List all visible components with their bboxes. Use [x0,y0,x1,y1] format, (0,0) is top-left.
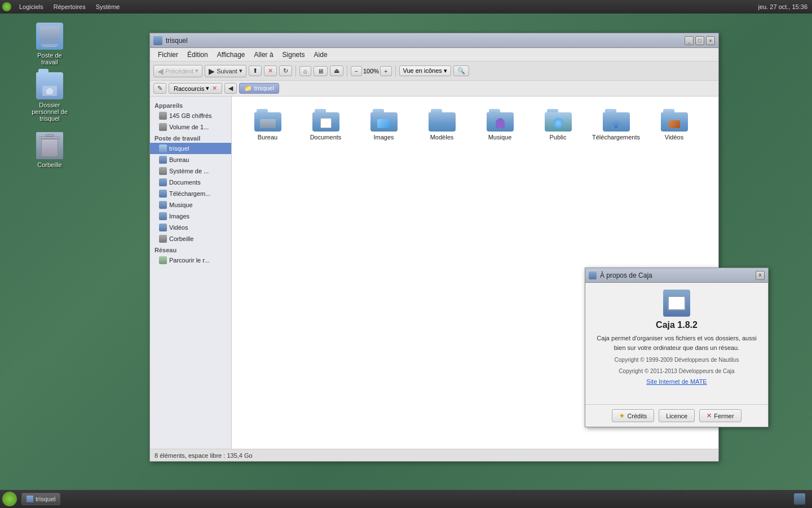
about-website-link[interactable]: Site Internet de MATE [646,378,707,385]
back-arrow-icon: ◀ [157,67,164,76]
taskbar-top-left: Logiciels Répertoires Système [0,2,126,11]
file-label-bureau: Bureau [258,134,277,141]
file-icon-documents[interactable]: Documents [299,106,352,144]
prev-dropdown-icon[interactable]: ▾ [195,67,198,75]
about-credits-btn[interactable]: ★ Crédits [612,409,654,422]
file-icon-telechargements[interactable]: Téléchargements [589,106,643,144]
shortcuts-dropdown-icon: ▾ [206,85,209,92]
fm-title-text: trisquel [166,37,685,45]
fm-next-btn[interactable]: ▶ Suivant ▾ [205,65,246,77]
fm-menu-aide[interactable]: Aide [310,50,332,60]
toolbar-sep-1 [295,65,296,77]
fm-refresh-btn[interactable]: ↻ [279,65,292,76]
sidebar-item-trisquel[interactable]: trisquel [150,143,231,154]
fm-titlebar: trisquel _ □ × [150,33,718,48]
about-app-name: Caja 1.8.2 [656,320,698,330]
about-close-x-btn[interactable]: × [756,271,765,280]
sidebar-item-corbeille[interactable]: Corbeille [150,233,231,244]
fm-toolbar: ◀ Précédent ▾ ▶ Suivant ▾ ⬆ ✕ ↻ ⌂ [150,62,718,81]
file-label-modeles: Modèles [430,134,454,141]
trash-icon-sidebar [159,235,167,243]
taskbar-right-icons [794,493,810,505]
folder-downloads-img [603,109,630,132]
fm-eject-btn[interactable]: ⏏ [330,65,343,76]
fm-status-text: 8 éléments, espace libre : 135,4 Go [155,452,253,459]
desktop-icon-corbeille[interactable]: Corbeille [27,130,72,170]
fm-menu-signets[interactable]: Signets [278,50,310,60]
fm-computer-btn[interactable]: 🖥 [314,66,328,76]
about-titlebar: À propos de Caja × [585,268,768,283]
file-icon-modeles[interactable]: Modèles [415,106,469,144]
stop-icon: ✕ [268,67,273,75]
up-arrow-icon: ⬆ [253,67,258,75]
taskbar-datetime: jeu. 27 oct., 15:36 [754,3,812,10]
hdd-icon-2 [159,123,167,131]
menu-repertoires[interactable]: Répertoires [49,2,90,11]
file-icon-musique[interactable]: Musique [473,106,527,144]
about-title-text: À propos de Caja [600,271,756,279]
fm-search-btn[interactable]: 🔍 [453,65,469,76]
taskbar-start-button[interactable] [2,492,17,506]
fm-shortcuts-btn[interactable]: Raccourcis ▾ ✕ [169,83,222,94]
folder-icon-sm: 📁 [244,85,254,91]
about-fermer-btn[interactable]: ✕ Fermer [699,409,741,422]
fm-icons-grid: Bureau Documents [241,106,709,144]
menu-logiciels[interactable]: Logiciels [15,2,48,11]
sidebar-item-bureau[interactable]: Bureau [150,154,231,165]
taskbar-fm-window-btn[interactable]: trisquel [21,493,60,505]
fm-menu-edition[interactable]: Édition [183,50,213,60]
file-icon-bureau[interactable]: Bureau [241,106,294,144]
desktop-icon-dossier-label: Dossier personnel de trisquel [29,102,70,122]
file-label-musique: Musique [488,134,512,141]
sidebar-item-images[interactable]: Images [150,211,231,222]
fm-view-select[interactable]: Vue en icônes ▾ [399,65,451,76]
shortcuts-close-icon[interactable]: ✕ [212,85,217,92]
fm-location-back-btn[interactable]: ◀ [224,83,237,94]
fm-maximize-btn[interactable]: □ [695,36,704,45]
file-icon-images[interactable]: Images [357,106,411,144]
fm-zoom-level: 100% [363,68,379,75]
sidebar-item-documents[interactable]: Documents [150,177,231,188]
fm-statusbar: 8 éléments, espace libre : 135,4 Go [150,449,718,461]
sidebar-item-musique[interactable]: Musique [150,199,231,211]
fm-close-btn[interactable]: × [706,36,715,45]
desktop-icon-poste-label: Poste de travail [29,52,70,65]
about-app-description: Caja permet d'organiser vos fichiers et … [594,334,759,352]
sidebar-item-telechargements[interactable]: Téléchargem... [150,188,231,199]
fm-up-btn[interactable]: ⬆ [249,65,262,76]
taskbar-top: Logiciels Répertoires Système jeu. 27 oc… [0,0,812,14]
fm-minimize-btn[interactable]: _ [685,36,694,45]
about-content: Caja 1.8.2 Caja permet d'organiser vos f… [585,283,768,404]
about-licence-btn[interactable]: Licence [659,409,695,422]
next-dropdown-icon[interactable]: ▾ [239,67,242,75]
sidebar-item-videos[interactable]: Vidéos [150,222,231,233]
fm-menu-fichier[interactable]: Fichier [153,50,183,60]
sidebar-item-systeme[interactable]: Système de ... [150,165,231,177]
fm-window-controls: _ □ × [685,36,715,45]
fm-menu-aller[interactable]: Aller à [250,50,278,60]
fm-current-path[interactable]: 📁 trisquel [239,83,279,94]
fm-home-btn[interactable]: ⌂ [299,66,311,76]
taskbar-bottom: trisquel [0,490,812,508]
desktop-icon-poste-travail[interactable]: Poste de travail [27,20,72,68]
fm-edit-location-btn[interactable]: ✎ [153,83,166,94]
file-icon-videos[interactable]: Vidéos [647,106,701,144]
about-title-icon [589,271,597,279]
trash-icon [36,132,63,159]
network-tray-icon[interactable] [794,493,805,505]
desktop-icon-dossier-personnel[interactable]: Dossier personnel de trisquel [27,70,72,124]
fm-menu-affichage[interactable]: Affichage [213,50,250,60]
toolbar-sep-3 [395,65,396,77]
fm-prev-btn[interactable]: ◀ Précédent ▾ [153,65,202,77]
sidebar-item-volume[interactable]: Volume de 1... [150,121,231,133]
trisquel-logo[interactable] [2,2,11,11]
fm-zoom-in-btn[interactable]: + [380,66,391,76]
fm-stop-btn[interactable]: ✕ [264,65,277,76]
fm-zoom-out-btn[interactable]: − [351,66,362,76]
menu-systeme[interactable]: Système [91,2,125,11]
sidebar-item-145gb[interactable]: 145 GB chiffrés [150,110,231,121]
file-icon-public[interactable]: Public [531,106,585,144]
sidebar-item-reseau[interactable]: Parcourir le r... [150,255,231,266]
folder-modeles-img [429,109,456,132]
file-label-images: Images [373,134,394,141]
